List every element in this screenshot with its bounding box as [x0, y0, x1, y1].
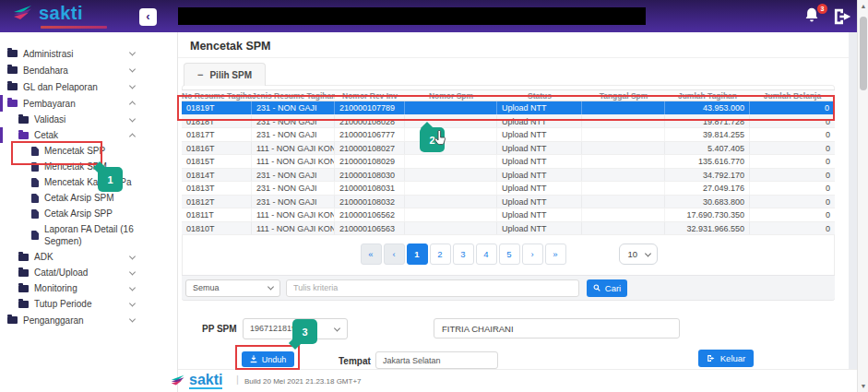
filter-criteria-input[interactable] — [286, 279, 579, 297]
chevron-down-icon — [129, 315, 136, 322]
column-header-jumlah-tagihan[interactable]: Jumlah Tagihan — [665, 90, 750, 101]
page-title: Mencetak SPM — [190, 40, 271, 53]
table-cell — [582, 208, 665, 221]
sidebar-item-validasi[interactable]: Validasi — [0, 112, 177, 127]
unduh-button-label: Unduh — [262, 355, 287, 364]
sidebar-item-monitoring[interactable]: Monitoring — [0, 280, 177, 296]
sidebar-item-cetak[interactable]: Cetak — [0, 127, 177, 143]
table-row[interactable]: 01814T231 - NON GAJI210000108030Upload N… — [182, 169, 835, 183]
scroll-down-arrow[interactable]: ▼ — [858, 380, 868, 392]
scrollbar-thumb[interactable] — [860, 17, 867, 90]
sidebar-item-gl-dan-pelaporan[interactable]: GL dan Pelaporan — [0, 78, 177, 95]
column-header-jumlah-belanja[interactable]: Jumlah Belanja — [750, 90, 835, 101]
table-cell: Upload NTT — [497, 169, 582, 182]
table-row[interactable]: 01817T231 - NON GAJI210000106777Upload N… — [182, 128, 835, 142]
notifications-button[interactable]: 3 — [803, 6, 824, 27]
table-cell: 231 - NON GAJI — [252, 115, 335, 128]
pp-name-input[interactable] — [434, 318, 680, 339]
sidebar-item-cetak-arsip-spp[interactable]: Cetak Arsip SPP — [0, 206, 177, 221]
sidebar-item-bendahara[interactable]: Bendahara — [0, 62, 177, 78]
page-first-button[interactable]: « — [361, 244, 382, 265]
sakti-logo: sakti — [13, 4, 83, 22]
column-header-tanggal-spm[interactable]: Tanggal Spm — [582, 90, 665, 101]
main-content: Mencetak SPM − Pilih SPM No Resume Tagih… — [178, 32, 857, 369]
table-cell: 210000107789 — [335, 101, 405, 114]
page-3-button[interactable]: 3 — [453, 244, 474, 265]
sidebar-item-administrasi[interactable]: Administrasi — [0, 45, 177, 62]
page-prev-button[interactable]: ‹ — [384, 244, 405, 265]
sidebar-item-adk[interactable]: ADK — [0, 249, 177, 265]
column-header-nomor-spm[interactable]: Nomor Spm — [405, 90, 497, 101]
table-cell: 0 — [750, 222, 835, 235]
logo-tagline — [41, 26, 107, 29]
sidebar-item-mencetak-spm[interactable]: Mencetak SPM — [0, 159, 177, 174]
table-cell: 111 - NON GAJI KONTRAKT — [252, 142, 335, 155]
column-header-nomor-rev-inv[interactable]: Nomor Rev Inv — [335, 90, 405, 101]
sidebar-item-label: Tutup Periode — [34, 298, 91, 310]
scroll-up-arrow[interactable]: ▲ — [858, 0, 868, 12]
table-cell: 135.616.770 — [665, 155, 750, 168]
pilih-spm-accordion-header[interactable]: − Pilih SPM — [184, 63, 266, 86]
table-cell: 5.407.405 — [665, 142, 750, 155]
page-1-button[interactable]: 1 — [407, 244, 428, 265]
table-row[interactable]: 01815T111 - NON GAJI KONTRAKT21000010802… — [182, 155, 835, 169]
sidebar-item-tutup-periode[interactable]: Tutup Periode — [0, 296, 177, 312]
sidebar-item-mencetak-karwas-pa[interactable]: Mencetak Karwas Pa — [0, 174, 177, 190]
page-scrollbar[interactable]: ▲ ▼ — [857, 0, 868, 392]
page-4-button[interactable]: 4 — [476, 244, 497, 265]
sidebar-item-catat-upload[interactable]: Catat/Upload — [0, 265, 177, 280]
table-cell: 01810T — [182, 222, 252, 235]
unduh-button[interactable]: Unduh — [242, 351, 294, 367]
table-cell: 111 - NON GAJI KONTRAKT — [252, 222, 335, 235]
keluar-button[interactable]: Keluar — [698, 350, 754, 367]
sidebar-item-pembayaran[interactable]: Pembayaran — [0, 95, 177, 112]
sidebar-item-label: Pembayaran — [23, 98, 76, 110]
table-cell: 01815T — [182, 155, 252, 168]
sidebar-item-mencetak-spp[interactable]: Mencetak SPP — [0, 143, 177, 159]
table-row[interactable]: 01813T231 - NON GAJI210000108031Upload N… — [182, 182, 835, 196]
table-cell — [405, 196, 497, 208]
page-5-button[interactable]: 5 — [499, 244, 520, 265]
table-row[interactable]: 01819T231 - NON GAJI210000107789Upload N… — [182, 101, 835, 115]
panel-tab-label: Pilih SPM — [209, 70, 252, 80]
column-header-no-resume-tagihan[interactable]: No Resume Tagihan — [182, 90, 252, 101]
table-body: 01819T231 - NON GAJI210000107789Upload N… — [182, 101, 835, 235]
chevron-down-icon — [129, 253, 136, 259]
page-last-button[interactable]: » — [545, 244, 566, 265]
sidebar-item-cetak-arsip-spm[interactable]: Cetak Arsip SPM — [0, 190, 177, 206]
cari-button[interactable]: Cari — [587, 279, 627, 297]
table-cell: 01817T — [182, 128, 252, 141]
folder-icon — [7, 316, 18, 324]
page-next-button[interactable]: › — [522, 244, 543, 265]
sidebar-item-penganggaran[interactable]: Penganggaran — [0, 312, 177, 328]
tempat-input[interactable] — [375, 351, 498, 369]
annotation-step-2: 2 — [420, 127, 445, 152]
table-row[interactable]: 01818T231 - NON GAJI210000108028Upload N… — [182, 115, 835, 129]
spm-table: No Resume TagihanJenis Resume TagihanNom… — [182, 89, 835, 235]
page-size-select[interactable]: 10 — [619, 244, 658, 265]
keluar-button-label: Keluar — [720, 353, 745, 363]
content-gutter — [849, 32, 857, 369]
column-header-status[interactable]: Status — [497, 90, 582, 101]
table-row[interactable]: 01816T111 - NON GAJI KONTRAKT21000010802… — [182, 142, 835, 156]
table-row[interactable]: 01811T111 - NON GAJI KONTRAKT21000010656… — [182, 208, 835, 222]
filter-scope-select[interactable]: Semua — [185, 279, 280, 297]
table-cell: 19.871.728 — [665, 115, 750, 128]
file-icon — [31, 231, 39, 240]
filter-scope-value: Semua — [193, 283, 220, 292]
chevron-down-icon — [129, 65, 136, 72]
table-cell: 0 — [750, 128, 835, 141]
annotation-step-1-number: 1 — [107, 174, 113, 185]
footer-logo-text: sakti — [189, 372, 222, 389]
table-row[interactable]: 01810T111 - NON GAJI KONTRAKT21000010656… — [182, 222, 835, 236]
table-cell — [582, 182, 665, 195]
table-cell — [582, 128, 665, 141]
table-cell: 01819T — [182, 101, 252, 114]
sidebar-item-laporan-fa-detail-16-segmen[interactable]: Laporan FA Detail (16 Segmen) — [0, 221, 177, 249]
column-header-jenis-resume-tagihan[interactable]: Jenis Resume Tagihan — [252, 90, 335, 101]
page-2-button[interactable]: 2 — [430, 244, 451, 265]
header-logout-button[interactable] — [832, 7, 854, 26]
table-cell: 43.953.000 — [665, 101, 750, 114]
table-row[interactable]: 01812T231 - NON GAJI210000108032Upload N… — [182, 196, 835, 209]
sidebar-collapse-button[interactable]: ‹ — [139, 8, 157, 26]
